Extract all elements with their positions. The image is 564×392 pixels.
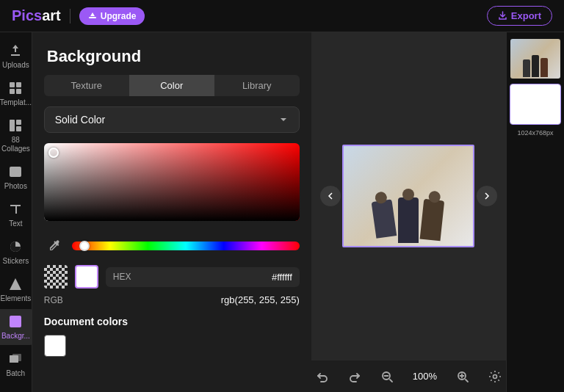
- zoom-in-button[interactable]: [452, 366, 474, 388]
- zoom-out-button[interactable]: [376, 366, 398, 388]
- canvas-image-inner: [344, 146, 473, 246]
- sidebar-item-collages-label: 88 Collages: [0, 136, 32, 153]
- person-1: [372, 199, 397, 238]
- color-gradient-box[interactable]: [44, 143, 300, 221]
- sidebar-item-stickers[interactable]: Stickers: [0, 234, 32, 270]
- canvas-toolbar: 100%: [311, 360, 506, 392]
- svg-marker-12: [10, 278, 21, 290]
- panel-title: Background: [32, 32, 311, 75]
- logo-area: Picsart Upgrade: [12, 7, 145, 25]
- settings-button[interactable]: [484, 366, 506, 388]
- rgb-row: RGB rgb(255, 255, 255): [32, 294, 311, 316]
- collages-icon: [7, 117, 24, 134]
- photo-simulation: [344, 146, 473, 246]
- upgrade-label: Upgrade: [101, 11, 137, 21]
- color-inputs-row: HEX #ffffff: [32, 265, 311, 294]
- sidebar-item-text[interactable]: Text: [0, 197, 32, 233]
- people-silhouette: [375, 197, 442, 246]
- sidebar-item-elements[interactable]: Elements: [0, 272, 32, 308]
- sidebar-item-batch[interactable]: Batch: [0, 346, 32, 382]
- sidebar-item-uploads[interactable]: Uploads: [0, 38, 32, 74]
- hue-thumb[interactable]: [79, 241, 90, 251]
- export-label: Export: [511, 10, 541, 21]
- svg-rect-4: [10, 89, 15, 94]
- undo-icon: [316, 370, 329, 383]
- thumbnail-2-label: 1024x768px: [517, 129, 553, 137]
- svg-point-10: [12, 169, 15, 172]
- canvas-main: [311, 32, 506, 360]
- sidebar-item-templates-label: Templat...: [0, 98, 32, 107]
- canvas-image: [342, 145, 474, 247]
- main-area: Uploads Templat... 88 Collages Photos Te: [0, 32, 564, 392]
- solid-color-dropdown[interactable]: Solid Color: [44, 106, 300, 133]
- header-divider: [70, 9, 70, 23]
- person-2: [398, 197, 419, 243]
- tab-color[interactable]: Color: [129, 75, 214, 96]
- upgrade-button[interactable]: Upgrade: [79, 7, 145, 25]
- undo-button[interactable]: [311, 366, 333, 388]
- zoom-out-icon: [380, 370, 394, 383]
- background-panel: Background Texture Color Library Solid C…: [32, 32, 311, 392]
- thumbnail-1[interactable]: [510, 38, 561, 79]
- thumbnail-panel: 1024x768px: [506, 32, 564, 392]
- document-colors: Document colors: [32, 316, 311, 367]
- photos-icon: [7, 164, 24, 180]
- upload-icon: [7, 43, 24, 59]
- tab-library[interactable]: Library: [214, 75, 300, 96]
- sidebar-item-templates[interactable]: Templat...: [0, 76, 32, 112]
- upgrade-icon: [88, 12, 97, 21]
- eyedropper-button[interactable]: [44, 236, 65, 256]
- hex-label: HEX: [113, 272, 131, 282]
- settings-icon: [488, 370, 502, 383]
- sidebar-item-text-label: Text: [9, 219, 22, 228]
- svg-rect-0: [89, 17, 96, 18]
- hex-input-area[interactable]: HEX #ffffff: [106, 267, 300, 287]
- color-tabs: Texture Color Library: [32, 75, 311, 106]
- svg-rect-3: [16, 82, 21, 87]
- thumb-person-3: [540, 58, 548, 77]
- background-icon: [7, 313, 24, 330]
- sidebar-item-collages[interactable]: 88 Collages: [0, 113, 32, 158]
- sidebar-item-batch-label: Batch: [7, 369, 26, 378]
- sidebar-item-background[interactable]: Backgr...: [0, 309, 32, 345]
- chevron-down-icon: [278, 115, 289, 125]
- hue-slider[interactable]: [72, 242, 300, 250]
- template-icon: [7, 80, 24, 96]
- svg-point-20: [494, 374, 497, 378]
- chevron-left-icon: [327, 192, 334, 200]
- person-3: [420, 199, 445, 242]
- redo-button[interactable]: [344, 366, 366, 388]
- tab-texture[interactable]: Texture: [44, 75, 129, 96]
- canvas-next-button[interactable]: [477, 186, 497, 206]
- header: Picsart Upgrade Export: [0, 0, 564, 32]
- zoom-display: 100%: [408, 371, 441, 382]
- hex-value: #ffffff: [272, 272, 292, 283]
- thumb-person-1: [523, 59, 530, 77]
- svg-rect-17: [10, 355, 18, 363]
- picker-handle[interactable]: [48, 148, 59, 158]
- sidebar-item-photos[interactable]: Photos: [0, 159, 32, 195]
- thumb-person-2: [532, 55, 539, 77]
- eyedropper-icon: [48, 239, 61, 253]
- doc-color-swatch[interactable]: [44, 335, 66, 357]
- canvas-prev-button[interactable]: [320, 186, 341, 206]
- thumb-photo-content: [510, 39, 560, 79]
- redo-icon: [348, 370, 361, 383]
- thumb-white-bg: [510, 84, 560, 124]
- sidebar-item-background-label: Backgr...: [1, 332, 30, 341]
- export-icon: [498, 11, 507, 21]
- color-swatch-white[interactable]: [75, 265, 98, 288]
- icon-sidebar: Uploads Templat... 88 Collages Photos Te: [0, 32, 32, 392]
- checkered-swatch: [44, 265, 68, 288]
- canvas-area: 100%: [311, 32, 506, 392]
- doc-colors-title: Document colors: [44, 316, 300, 327]
- export-button[interactable]: Export: [487, 6, 552, 26]
- dropdown-label: Solid Color: [55, 114, 105, 126]
- color-picker-area: [32, 143, 311, 230]
- thumbnail-2[interactable]: [510, 84, 561, 125]
- thumb-photo-bg: [510, 39, 560, 79]
- sidebar-item-stickers-label: Stickers: [3, 257, 29, 266]
- chevron-right-icon: [483, 192, 491, 200]
- sidebar-item-elements-label: Elements: [1, 294, 32, 303]
- svg-rect-8: [16, 126, 21, 131]
